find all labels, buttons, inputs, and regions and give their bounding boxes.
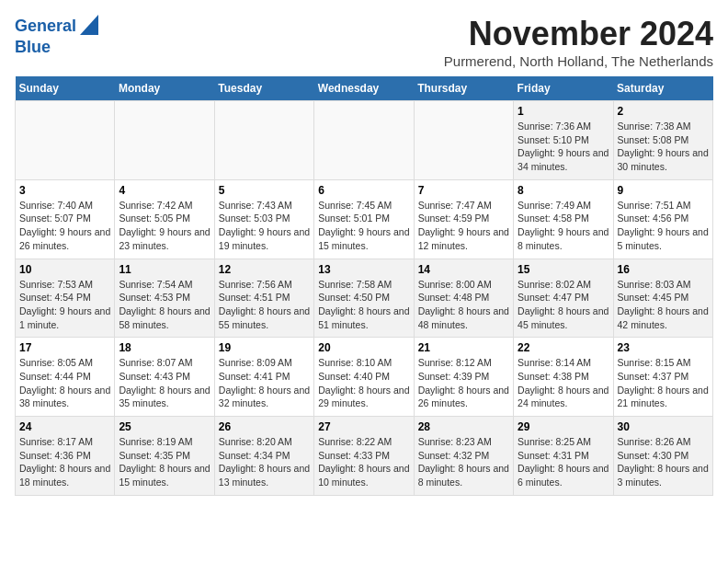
calendar-cell: 14Sunrise: 8:00 AM Sunset: 4:48 PM Dayli… (414, 259, 513, 338)
calendar-cell: 18Sunrise: 8:07 AM Sunset: 4:43 PM Dayli… (115, 338, 214, 417)
calendar-cell: 29Sunrise: 8:25 AM Sunset: 4:31 PM Dayli… (514, 417, 613, 496)
calendar-cell (314, 101, 414, 180)
day-info: Sunrise: 7:53 AM Sunset: 4:54 PM Dayligh… (19, 278, 110, 332)
day-info: Sunrise: 7:38 AM Sunset: 5:08 PM Dayligh… (618, 120, 709, 174)
day-info: Sunrise: 8:07 AM Sunset: 4:43 PM Dayligh… (119, 356, 210, 410)
header-saturday: Saturday (613, 76, 712, 101)
calendar-week-row: 10Sunrise: 7:53 AM Sunset: 4:54 PM Dayli… (16, 259, 713, 338)
day-info: Sunrise: 8:03 AM Sunset: 4:45 PM Dayligh… (618, 278, 709, 332)
calendar-cell (115, 101, 214, 180)
calendar-cell: 24Sunrise: 8:17 AM Sunset: 4:36 PM Dayli… (16, 417, 115, 496)
day-info: Sunrise: 8:22 AM Sunset: 4:33 PM Dayligh… (318, 435, 409, 489)
header-wednesday: Wednesday (314, 76, 414, 101)
day-number: 28 (418, 420, 509, 433)
calendar-cell: 8Sunrise: 7:49 AM Sunset: 4:58 PM Daylig… (514, 179, 613, 259)
day-number: 29 (518, 420, 609, 433)
day-number: 11 (119, 263, 210, 276)
logo: General Blue (15, 15, 98, 57)
day-number: 9 (618, 184, 709, 197)
logo-text: General (15, 17, 76, 36)
header-friday: Friday (514, 76, 613, 101)
day-number: 1 (518, 105, 609, 118)
day-info: Sunrise: 8:05 AM Sunset: 4:44 PM Dayligh… (19, 356, 110, 410)
calendar-cell: 15Sunrise: 8:02 AM Sunset: 4:47 PM Dayli… (514, 259, 613, 338)
calendar-header-row: SundayMondayTuesdayWednesdayThursdayFrid… (16, 76, 713, 101)
calendar-cell: 16Sunrise: 8:03 AM Sunset: 4:45 PM Dayli… (613, 259, 712, 338)
day-info: Sunrise: 7:42 AM Sunset: 5:05 PM Dayligh… (119, 199, 210, 253)
logo-triangle-icon (80, 15, 98, 35)
page-header: General Blue November 2024 Purmerend, No… (15, 15, 713, 69)
calendar-cell: 2Sunrise: 7:38 AM Sunset: 5:08 PM Daylig… (613, 101, 712, 180)
day-number: 2 (618, 105, 709, 118)
day-info: Sunrise: 8:23 AM Sunset: 4:32 PM Dayligh… (418, 435, 509, 489)
title-area: November 2024 Purmerend, North Holland, … (444, 15, 713, 69)
calendar-cell: 25Sunrise: 8:19 AM Sunset: 4:35 PM Dayli… (115, 417, 214, 496)
day-info: Sunrise: 7:58 AM Sunset: 4:50 PM Dayligh… (318, 278, 409, 332)
day-number: 19 (219, 341, 310, 354)
day-number: 23 (618, 341, 709, 354)
calendar-cell: 30Sunrise: 8:26 AM Sunset: 4:30 PM Dayli… (613, 417, 712, 496)
day-number: 14 (418, 263, 509, 276)
day-info: Sunrise: 8:09 AM Sunset: 4:41 PM Dayligh… (219, 356, 310, 410)
day-info: Sunrise: 8:12 AM Sunset: 4:39 PM Dayligh… (418, 356, 509, 410)
calendar-cell: 13Sunrise: 7:58 AM Sunset: 4:50 PM Dayli… (314, 259, 414, 338)
day-number: 16 (618, 263, 709, 276)
calendar-cell: 4Sunrise: 7:42 AM Sunset: 5:05 PM Daylig… (115, 179, 214, 259)
calendar-week-row: 3Sunrise: 7:40 AM Sunset: 5:07 PM Daylig… (16, 179, 713, 259)
day-info: Sunrise: 7:51 AM Sunset: 4:56 PM Dayligh… (618, 199, 709, 253)
day-info: Sunrise: 8:02 AM Sunset: 4:47 PM Dayligh… (518, 278, 609, 332)
day-info: Sunrise: 8:10 AM Sunset: 4:40 PM Dayligh… (318, 356, 409, 410)
calendar-week-row: 24Sunrise: 8:17 AM Sunset: 4:36 PM Dayli… (16, 417, 713, 496)
day-info: Sunrise: 7:36 AM Sunset: 5:10 PM Dayligh… (518, 120, 609, 174)
day-number: 13 (318, 263, 409, 276)
location: Purmerend, North Holland, The Netherland… (444, 53, 713, 69)
day-number: 8 (518, 184, 609, 197)
day-number: 17 (19, 341, 110, 354)
day-number: 22 (518, 341, 609, 354)
calendar-week-row: 1Sunrise: 7:36 AM Sunset: 5:10 PM Daylig… (16, 101, 713, 180)
header-thursday: Thursday (414, 76, 513, 101)
calendar-cell: 3Sunrise: 7:40 AM Sunset: 5:07 PM Daylig… (16, 179, 115, 259)
day-info: Sunrise: 7:47 AM Sunset: 4:59 PM Dayligh… (418, 199, 509, 253)
calendar-cell: 1Sunrise: 7:36 AM Sunset: 5:10 PM Daylig… (514, 101, 613, 180)
calendar-cell: 9Sunrise: 7:51 AM Sunset: 4:56 PM Daylig… (613, 179, 712, 259)
day-number: 26 (219, 420, 310, 433)
calendar-cell (214, 101, 313, 180)
day-number: 6 (318, 184, 409, 197)
calendar-cell (16, 101, 115, 180)
month-title: November 2024 (444, 15, 713, 53)
day-number: 18 (119, 341, 210, 354)
calendar-table: SundayMondayTuesdayWednesdayThursdayFrid… (15, 76, 713, 496)
calendar-cell: 26Sunrise: 8:20 AM Sunset: 4:34 PM Dayli… (214, 417, 313, 496)
calendar-cell: 21Sunrise: 8:12 AM Sunset: 4:39 PM Dayli… (414, 338, 513, 417)
day-info: Sunrise: 7:43 AM Sunset: 5:03 PM Dayligh… (219, 199, 310, 253)
day-number: 21 (418, 341, 509, 354)
day-number: 30 (618, 420, 709, 433)
calendar-cell: 6Sunrise: 7:45 AM Sunset: 5:01 PM Daylig… (314, 179, 414, 259)
day-info: Sunrise: 8:17 AM Sunset: 4:36 PM Dayligh… (19, 435, 110, 489)
calendar-cell: 19Sunrise: 8:09 AM Sunset: 4:41 PM Dayli… (214, 338, 313, 417)
day-number: 12 (219, 263, 310, 276)
calendar-week-row: 17Sunrise: 8:05 AM Sunset: 4:44 PM Dayli… (16, 338, 713, 417)
day-info: Sunrise: 8:20 AM Sunset: 4:34 PM Dayligh… (219, 435, 310, 489)
day-number: 3 (19, 184, 110, 197)
day-number: 25 (119, 420, 210, 433)
day-info: Sunrise: 7:54 AM Sunset: 4:53 PM Dayligh… (119, 278, 210, 332)
calendar-cell (414, 101, 513, 180)
day-number: 7 (418, 184, 509, 197)
calendar-cell: 22Sunrise: 8:14 AM Sunset: 4:38 PM Dayli… (514, 338, 613, 417)
calendar-cell: 23Sunrise: 8:15 AM Sunset: 4:37 PM Dayli… (613, 338, 712, 417)
day-info: Sunrise: 8:19 AM Sunset: 4:35 PM Dayligh… (119, 435, 210, 489)
logo-text-blue: Blue (15, 39, 51, 57)
svg-marker-0 (80, 15, 98, 35)
day-info: Sunrise: 8:15 AM Sunset: 4:37 PM Dayligh… (618, 356, 709, 410)
calendar-cell: 27Sunrise: 8:22 AM Sunset: 4:33 PM Dayli… (314, 417, 414, 496)
day-number: 20 (318, 341, 409, 354)
day-number: 5 (219, 184, 310, 197)
day-info: Sunrise: 7:45 AM Sunset: 5:01 PM Dayligh… (318, 199, 409, 253)
calendar-cell: 20Sunrise: 8:10 AM Sunset: 4:40 PM Dayli… (314, 338, 414, 417)
day-info: Sunrise: 8:26 AM Sunset: 4:30 PM Dayligh… (618, 435, 709, 489)
day-info: Sunrise: 8:14 AM Sunset: 4:38 PM Dayligh… (518, 356, 609, 410)
calendar-cell: 10Sunrise: 7:53 AM Sunset: 4:54 PM Dayli… (16, 259, 115, 338)
calendar-cell: 5Sunrise: 7:43 AM Sunset: 5:03 PM Daylig… (214, 179, 313, 259)
